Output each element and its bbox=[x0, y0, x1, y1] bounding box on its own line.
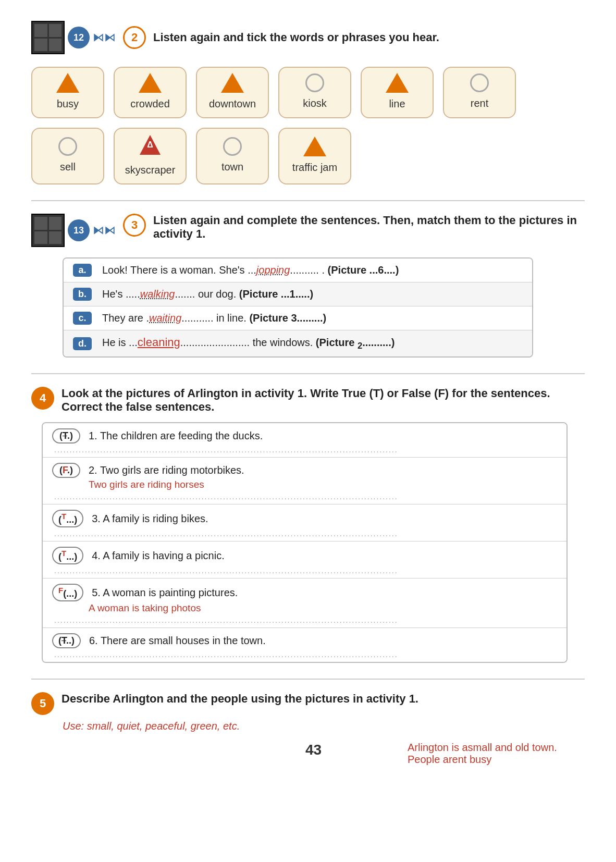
word-card-rent: rent bbox=[443, 67, 516, 118]
tf-text-1: 1. The children are feeding the ducks. bbox=[89, 430, 263, 442]
page-number: 43 bbox=[219, 742, 408, 758]
section4-circle-num: 4 bbox=[31, 387, 54, 410]
word-label: kiosk bbox=[303, 97, 327, 109]
tf-row-5: F(...) 5. A woman is painting pictures. … bbox=[43, 578, 566, 628]
tf-text-4: 4. A family is having a picnic. bbox=[92, 550, 225, 562]
tf-row-3: (T...) 3. A family is riding bikes. ....… bbox=[43, 504, 566, 541]
circle-icon bbox=[470, 73, 489, 92]
sound-icon-2: ⧑⧑ bbox=[93, 224, 116, 237]
triangle-icon bbox=[386, 73, 409, 93]
row-label-a: a. bbox=[73, 264, 92, 277]
circle-icon bbox=[58, 137, 77, 156]
word-label: line bbox=[389, 98, 405, 110]
section5-instruction: Describe Arlington and the people using … bbox=[61, 692, 418, 706]
track-badge-13: 13 bbox=[68, 219, 90, 241]
section4-instruction: Look at the pictures of Arlington in act… bbox=[61, 387, 585, 414]
word-card-line: line bbox=[361, 67, 434, 118]
tf-correction-2: Two girls are riding horses bbox=[89, 479, 557, 490]
word-label: skyscraper bbox=[125, 164, 176, 176]
tf-dots-3: ........................................… bbox=[54, 529, 557, 538]
word-label: downtown bbox=[209, 98, 256, 110]
word-label: crowded bbox=[130, 98, 170, 110]
word-card-downtown: downtown bbox=[196, 67, 269, 118]
triangle-icon bbox=[139, 73, 162, 93]
qr-code-13 bbox=[31, 214, 65, 247]
sentence-row-c: c. They are .waiting........... in line.… bbox=[64, 306, 532, 330]
tf-dots-1: ........................................… bbox=[54, 446, 557, 454]
circle-icon bbox=[305, 73, 324, 92]
tf-row-1: (T.) 1. The children are feeding the duc… bbox=[43, 423, 566, 458]
row-label-d: d. bbox=[73, 337, 92, 350]
section4-header: 4 Look at the pictures of Arlington in a… bbox=[31, 387, 585, 414]
word-card-busy: busy bbox=[31, 67, 104, 118]
section-divider bbox=[31, 200, 585, 201]
tf-badge-2: (F.) bbox=[52, 463, 80, 478]
word-label: rent bbox=[471, 97, 488, 109]
sentence-d-text: He is ...cleaning.......................… bbox=[102, 336, 395, 351]
picture-ref: (Picture ...6....) bbox=[328, 264, 399, 276]
tf-row-4-top: (T...) 4. A family is having a picnic. bbox=[52, 547, 557, 564]
picture-ref: (Picture 2..........) bbox=[316, 337, 395, 348]
answer-cleaning: cleaning bbox=[138, 336, 180, 349]
word-label: traffic jam bbox=[292, 162, 337, 174]
word-cards: busy crowded downtown kiosk line rent se… bbox=[31, 67, 585, 184]
answer-waiting: waiting bbox=[149, 312, 181, 324]
section5-use: Use: small, quiet, peaceful, green, etc. bbox=[63, 720, 585, 732]
tf-dots-5: ........................................… bbox=[54, 616, 557, 624]
word-label: town bbox=[221, 161, 243, 173]
tf-badge-3: (T...) bbox=[52, 510, 83, 527]
tf-dots-2: ........................................… bbox=[54, 492, 557, 501]
sentence-row-b: b. He's .....walking....... our dog. (Pi… bbox=[64, 282, 532, 306]
use-label: Use: bbox=[63, 720, 84, 732]
word-card-kiosk: kiosk bbox=[278, 67, 351, 118]
section2-header: 12 ⧑⧑ 2 Listen again and tick the words … bbox=[31, 21, 585, 54]
sample-answer: Arlington is asmall and old town. People… bbox=[408, 742, 585, 766]
section3-circle-num: 3 bbox=[123, 214, 146, 237]
sound-icon: ⧑⧑ bbox=[93, 31, 116, 44]
section2-circle-num: 2 bbox=[123, 26, 146, 49]
section-divider-2 bbox=[31, 373, 585, 374]
tf-row-4: (T...) 4. A family is having a picnic. .… bbox=[43, 541, 566, 578]
section3-header: 13 ⧑⧑ 3 Listen again and complete the se… bbox=[31, 214, 585, 247]
tf-text-5: 5. A woman is painting pictures. bbox=[92, 587, 238, 599]
tf-text-6: 6. There are small houses in the town. bbox=[89, 635, 266, 647]
word-card-trafficjam: traffic jam bbox=[278, 128, 351, 184]
sentence-c-text: They are .waiting........... in line. (P… bbox=[102, 312, 326, 324]
triangle-icon bbox=[221, 73, 244, 93]
sentence-row-a: a. Look! There is a woman. She's ...jopp… bbox=[64, 258, 532, 282]
tf-badge-4: (T...) bbox=[52, 547, 83, 564]
tf-row-2-top: (F.) 2. Two girls are riding motorbikes. bbox=[52, 463, 557, 478]
triangle-icon bbox=[303, 137, 326, 156]
tf-dots-4: ........................................… bbox=[54, 567, 557, 575]
section5-header: 5 Describe Arlington and the people usin… bbox=[31, 692, 585, 715]
picture-ref: (Picture 3.........) bbox=[249, 312, 326, 324]
triangle-icon bbox=[56, 73, 79, 93]
sentence-a-text: Look! There is a woman. She's ...jopping… bbox=[102, 264, 399, 276]
tf-badge-6: (T..) bbox=[52, 633, 81, 648]
answer-walking: walking bbox=[140, 288, 175, 300]
tf-text-2: 2. Two girls are riding motorbikes. bbox=[89, 464, 244, 476]
word-card-sell: sell bbox=[31, 128, 104, 184]
section2-instruction: Listen again and tick the words or phras… bbox=[153, 31, 439, 44]
tf-dots-6: ........................................… bbox=[54, 650, 557, 659]
triangle-red-icon: Δ bbox=[139, 134, 162, 160]
word-card-town: town bbox=[196, 128, 269, 184]
tf-row-1-top: (T.) 1. The children are feeding the duc… bbox=[52, 428, 557, 444]
answer-jopping: jopping bbox=[256, 264, 290, 276]
picture-ref: (Picture ...1.....) bbox=[239, 288, 313, 300]
tf-row-6: (T..) 6. There are small houses in the t… bbox=[43, 628, 566, 662]
tf-text-3: 3. A family is riding bikes. bbox=[92, 513, 208, 525]
word-card-crowded: crowded bbox=[114, 67, 187, 118]
sentence-row-d: d. He is ...cleaning....................… bbox=[64, 330, 532, 356]
word-label: sell bbox=[60, 161, 76, 173]
tf-row-3-top: (T...) 3. A family is riding bikes. bbox=[52, 510, 557, 527]
circle-icon bbox=[223, 137, 242, 156]
section3-instruction: Listen again and complete the sentences.… bbox=[153, 214, 585, 241]
tf-row-5-top: F(...) 5. A woman is painting pictures. bbox=[52, 584, 557, 601]
word-label: busy bbox=[57, 98, 79, 110]
use-words: small, quiet, peaceful, green, etc. bbox=[87, 720, 240, 732]
page-bottom: 43 Arlington is asmall and old town. Peo… bbox=[31, 742, 585, 766]
word-card-skyscraper: Δ skyscraper bbox=[114, 128, 187, 184]
sentence-b-text: He's .....walking....... our dog. (Pictu… bbox=[102, 288, 313, 300]
sentences-table: a. Look! There is a woman. She's ...jopp… bbox=[63, 257, 533, 358]
